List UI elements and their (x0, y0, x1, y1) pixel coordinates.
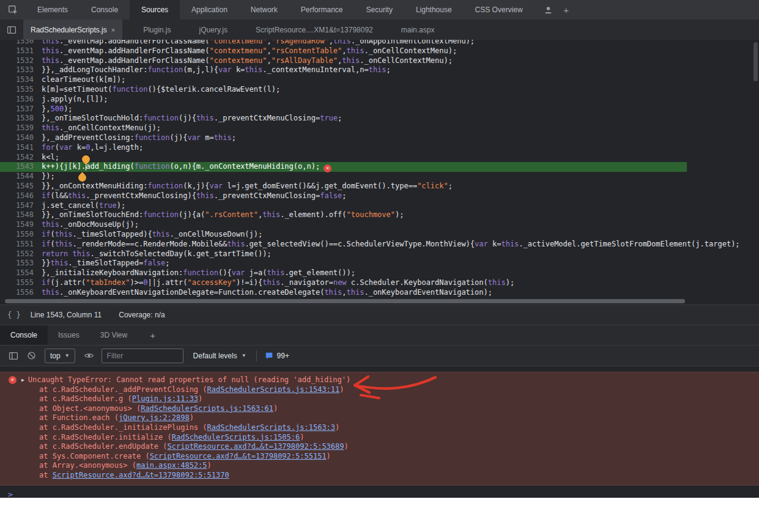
line-number[interactable]: 1556 (0, 288, 34, 298)
code-text: clearTimeout(k[m]); (34, 75, 125, 85)
file-tab-label: ScriptResource....XM1&t=13798092 (256, 26, 373, 34)
profile-button[interactable] (539, 0, 558, 20)
expand-triangle-icon[interactable]: ▶ (21, 375, 24, 385)
tab-css-overview[interactable]: CSS Overview (464, 0, 535, 20)
stack-frame: at Object.<anonymous> (RadSchedulerScrip… (0, 404, 759, 414)
source-location-link[interactable]: Plugin.js:11:33 (132, 394, 198, 403)
tab-performance[interactable]: Performance (289, 0, 355, 20)
code-text: if(this._renderMode==c.RenderMode.Mobile… (34, 240, 740, 249)
code-text: }); (34, 172, 55, 182)
line-number[interactable]: 1533 (0, 65, 34, 75)
add-drawer-tab-button[interactable]: + (138, 325, 168, 345)
line-number[interactable]: 1536 (0, 95, 34, 105)
stack-frame-text: at Function.each ( (39, 413, 119, 422)
filter-input[interactable] (102, 349, 183, 363)
drawer-tab-3d-view[interactable]: 3D View (90, 325, 138, 345)
line-number[interactable]: 1551 (0, 240, 34, 249)
code-line-1542: 1542k<l; (0, 153, 759, 163)
inspect-element-button[interactable] (0, 0, 26, 20)
add-panel-button[interactable]: + (558, 0, 575, 20)
source-location-link[interactable]: main.aspx:4852:5 (136, 461, 207, 470)
line-number[interactable]: 1542 (0, 153, 34, 163)
source-location-link[interactable]: ScriptResource.axd?d…&t=13798092:5:55151 (150, 452, 327, 460)
line-number[interactable]: 1546 (0, 191, 34, 201)
console-prompt[interactable]: > (0, 490, 759, 498)
stack-frame-text: at c.RadScheduler.g ( (39, 394, 132, 403)
source-editor[interactable]: 1530this._eventMap.addHandlerForClassNam… (0, 40, 759, 298)
line-number[interactable]: 1538 (0, 114, 34, 124)
line-number[interactable]: 1541 (0, 143, 34, 153)
line-number[interactable]: 1539 (0, 124, 34, 133)
line-number[interactable]: 1547 (0, 201, 34, 211)
code-line-1530: 1530this._eventMap.addHandlerForClassNam… (0, 40, 759, 46)
file-tab-jquery-js[interactable]: jQuery.js (192, 20, 235, 40)
line-number[interactable]: 1545 (0, 182, 34, 191)
source-location-link[interactable]: ScriptResource.axd?d…&t=13798092:5:51370 (53, 471, 229, 479)
line-number[interactable]: 1540 (0, 133, 34, 143)
file-tab-scriptresource-xm1-t-13798092[interactable]: ScriptResource....XM1&t=13798092 (248, 20, 380, 40)
tab-security[interactable]: Security (355, 0, 404, 20)
console-sidebar-button[interactable] (9, 351, 18, 361)
clear-console-button[interactable] (27, 351, 36, 360)
navigator-toggle-button[interactable] (0, 20, 23, 40)
code-text: }}this._timeSlotTapped=false; (34, 259, 170, 268)
line-number[interactable]: 1555 (0, 278, 34, 288)
chevron-down-icon: ▼ (242, 353, 246, 358)
source-location-link[interactable]: RadSchedulerScripts.js:1543:11 (207, 385, 340, 394)
vertical-scrollbar-thumb[interactable] (753, 42, 758, 81)
line-number[interactable]: 1550 (0, 230, 34, 240)
close-tab-icon[interactable]: × (111, 26, 115, 34)
drawer-tab-issues[interactable]: Issues (48, 325, 90, 345)
tab-network[interactable]: Network (239, 0, 289, 20)
line-number[interactable]: 1552 (0, 249, 34, 259)
console-sidebar-icon (9, 351, 18, 361)
line-number[interactable]: 1530 (0, 40, 34, 46)
line-number[interactable]: 1544 (0, 172, 34, 182)
source-location-link[interactable]: jQuery.js:2:2898 (119, 413, 190, 422)
stack-frame-text: ) (273, 404, 278, 413)
code-line-1544: 1544}); (0, 172, 759, 182)
code-text: },_initializeKeyboardNavigation:function… (34, 268, 355, 278)
source-location-link[interactable]: ScriptResource.axd?d…&t=13798092:5:53689 (168, 442, 344, 451)
log-levels-dropdown[interactable]: Default levels ▼ (193, 352, 246, 360)
source-location-link[interactable]: RadSchedulerScripts.js:1563:3 (207, 423, 336, 432)
line-number[interactable]: 1534 (0, 75, 34, 85)
line-number[interactable]: 1553 (0, 259, 34, 268)
line-number[interactable]: 1532 (0, 56, 34, 66)
source-location-link[interactable]: RadSchedulerScripts.js:1505:6 (172, 433, 300, 441)
code-line-1539: 1539this._onCellContextMenu(j); (0, 124, 759, 133)
drawer-tab-console[interactable]: Console (0, 325, 48, 345)
tab-console[interactable]: Console (80, 0, 130, 20)
source-location-link[interactable]: RadSchedulerScripts.js:1563:61 (141, 404, 273, 413)
line-number[interactable]: 1549 (0, 220, 34, 230)
code-line-1553: 1553}}this._timeSlotTapped=false; (0, 259, 759, 268)
console-error-message: × ▶ Uncaught TypeError: Cannot read prop… (0, 372, 759, 486)
tab-application[interactable]: Application (180, 0, 239, 20)
stack-frame-text: ) (207, 461, 212, 470)
stack-trace: at c.RadScheduler._addPreventClosing (Ra… (0, 385, 759, 481)
horizontal-scrollbar-thumb[interactable] (5, 299, 685, 303)
line-number[interactable]: 1535 (0, 85, 34, 95)
coverage-label: Coverage: n/a (119, 311, 165, 319)
code-text: return this._switchToSelectedDay(k.get_s… (34, 249, 272, 259)
file-tab-radschedulerscripts-js[interactable]: RadSchedulerScripts.js× (23, 20, 122, 40)
issues-counter[interactable]: 99+ (265, 352, 289, 360)
line-number[interactable]: 1548 (0, 210, 34, 220)
tab-sources[interactable]: Sources (130, 0, 180, 20)
tab-elements[interactable]: Elements (26, 0, 80, 20)
line-number[interactable]: 1543 (0, 162, 34, 172)
line-number[interactable]: 1531 (0, 46, 34, 56)
stack-frame-text: at Sys.Component.create ( (39, 452, 150, 460)
file-tab-main-aspx[interactable]: main.aspx (394, 20, 442, 40)
pretty-print-button[interactable]: { } (0, 311, 21, 319)
horizontal-scrollbar[interactable] (0, 298, 759, 305)
code-line-1547: 1547j.set_cancel(true); (0, 201, 759, 211)
file-tab-plugin-js[interactable]: Plugin.js (136, 20, 178, 40)
context-label: top (50, 352, 61, 360)
stack-frame-text: at c.RadScheduler._initializePlugins ( (39, 423, 207, 432)
live-expression-button[interactable] (84, 350, 94, 361)
tab-lighthouse[interactable]: Lighthouse (404, 0, 464, 20)
line-number[interactable]: 1554 (0, 268, 34, 278)
context-selector[interactable]: top ▼ (45, 349, 75, 363)
line-number[interactable]: 1537 (0, 105, 34, 114)
